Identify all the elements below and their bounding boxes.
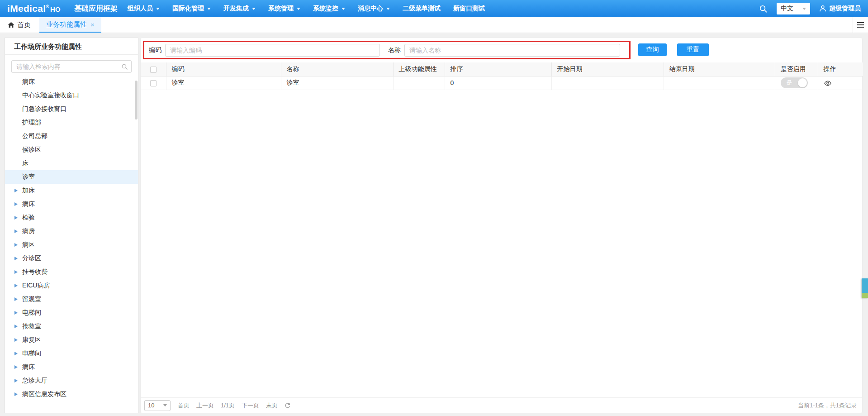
- tab-business-function-attrs[interactable]: 业务功能属性 ×: [39, 17, 101, 33]
- expand-arrow-icon[interactable]: [14, 297, 18, 301]
- expand-arrow-icon[interactable]: [14, 379, 18, 383]
- widget-blue-segment[interactable]: [862, 278, 868, 293]
- expand-arrow-icon[interactable]: [14, 189, 18, 192]
- sidebar-item[interactable]: 候诊区: [5, 143, 138, 157]
- language-select[interactable]: 中文: [777, 3, 810, 14]
- sidebar-item[interactable]: 诊室: [5, 170, 138, 184]
- select-all-header: [141, 62, 166, 76]
- language-value: 中文: [781, 5, 793, 13]
- search-icon[interactable]: [759, 5, 768, 13]
- expand-arrow-icon[interactable]: [14, 311, 18, 315]
- sidebar-item[interactable]: 病房: [5, 225, 138, 238]
- cell-name: 诊室: [281, 76, 393, 90]
- expand-arrow-icon[interactable]: [14, 284, 18, 287]
- user-menu[interactable]: 超级管理员: [819, 5, 861, 13]
- sidebar-item-label: 检验: [22, 214, 35, 222]
- table-row[interactable]: 诊室诊室0是: [141, 76, 863, 90]
- page-size-select[interactable]: 10: [144, 400, 171, 411]
- sidebar-item[interactable]: 分诊区: [5, 252, 138, 265]
- expand-arrow-icon[interactable]: [14, 202, 18, 206]
- nav-item-6[interactable]: 消息中心: [351, 0, 396, 17]
- next-page-link[interactable]: 下一页: [242, 402, 259, 410]
- nav-item-7[interactable]: 二级菜单测试: [396, 0, 447, 17]
- nav-item-8[interactable]: 新窗口测试: [447, 0, 491, 17]
- app-title: 基础应用框架: [74, 4, 118, 14]
- sidebar-item[interactable]: 中心实验室接收窗口: [5, 89, 138, 102]
- expand-arrow-icon[interactable]: [14, 392, 18, 396]
- sidebar-item[interactable]: 病床: [5, 360, 138, 374]
- close-icon[interactable]: ×: [90, 21, 95, 28]
- nav-item-3[interactable]: 开发集成: [217, 0, 262, 17]
- expand-arrow-icon[interactable]: [14, 257, 18, 260]
- sidebar-item[interactable]: 病区: [5, 238, 138, 252]
- tab-list-menu-button[interactable]: [853, 17, 868, 33]
- select-all-checkbox[interactable]: [150, 67, 157, 73]
- tab-active-label: 业务功能属性: [46, 20, 87, 29]
- nav-item-label: 系统管理: [268, 5, 294, 13]
- nav-item-4[interactable]: 系统管理: [262, 0, 307, 17]
- expand-arrow-icon[interactable]: [14, 230, 18, 233]
- sidebar-item[interactable]: 电梯间: [5, 347, 138, 360]
- user-name: 超级管理员: [829, 5, 861, 13]
- sidebar-item[interactable]: 康复区: [5, 333, 138, 347]
- sidebar-search-input[interactable]: [11, 60, 132, 73]
- nav-item-5[interactable]: 系统监控: [307, 0, 351, 17]
- tab-home[interactable]: 首页: [0, 17, 39, 33]
- row-checkbox[interactable]: [150, 80, 157, 86]
- sidebar-item[interactable]: 病床: [5, 75, 138, 89]
- nav-item-2[interactable]: 国际化管理: [166, 0, 217, 17]
- sidebar-item-label: EICU病房: [22, 282, 50, 290]
- sidebar-item[interactable]: 挂号收费: [5, 265, 138, 279]
- sidebar-item[interactable]: 检验: [5, 211, 138, 225]
- nav-item-label: 消息中心: [358, 5, 383, 13]
- reset-button[interactable]: 重置: [677, 43, 709, 56]
- sidebar-item[interactable]: 病区信息发布区: [5, 387, 138, 401]
- sidebar-item[interactable]: 急诊大厅: [5, 374, 138, 387]
- table-header-row: 编码名称上级功能属性排序开始日期结束日期是否启用操作: [141, 62, 863, 76]
- results-table: 编码名称上级功能属性排序开始日期结束日期是否启用操作 诊室诊室0是: [141, 62, 863, 90]
- sidebar-item[interactable]: 床: [5, 157, 138, 170]
- expand-arrow-icon[interactable]: [14, 338, 18, 342]
- highlighted-filter-region: 编码 名称: [143, 41, 631, 59]
- last-page-link[interactable]: 末页: [266, 402, 278, 410]
- column-header: 编码: [166, 62, 281, 76]
- sidebar-item[interactable]: EICU病房: [5, 279, 138, 292]
- sidebar-item[interactable]: 留观室: [5, 292, 138, 306]
- name-label: 名称: [388, 46, 401, 54]
- home-icon: [8, 22, 14, 28]
- name-input[interactable]: [404, 44, 620, 57]
- expand-arrow-icon[interactable]: [14, 352, 18, 355]
- sidebar-item-label: 床: [22, 159, 28, 167]
- sidebar-item[interactable]: 加床: [5, 184, 138, 197]
- sidebar-item[interactable]: 门急诊接收窗口: [5, 102, 138, 116]
- sidebar-item-label: 公司总部: [22, 132, 47, 140]
- column-header: 上级功能属性: [393, 62, 445, 76]
- sidebar-item[interactable]: 抢救室: [5, 320, 138, 333]
- refresh-icon[interactable]: [285, 402, 291, 409]
- sidebar-item-label: 抢救室: [22, 322, 41, 330]
- sidebar-item-label: 诊室: [22, 173, 35, 181]
- nav-item-1[interactable]: 组织人员: [121, 0, 166, 17]
- query-button[interactable]: 查询: [638, 43, 667, 56]
- sidebar-item-label: 候诊区: [22, 146, 41, 154]
- expand-arrow-icon[interactable]: [14, 325, 18, 328]
- prev-page-link[interactable]: 上一页: [196, 402, 214, 410]
- nav-item-label: 组织人员: [128, 5, 153, 13]
- sidebar-item[interactable]: 护理部: [5, 116, 138, 129]
- enabled-toggle[interactable]: 是: [781, 77, 808, 88]
- sidebar-item[interactable]: 病床: [5, 197, 138, 211]
- sidebar-item[interactable]: 电梯间: [5, 306, 138, 320]
- view-eye-icon[interactable]: [824, 80, 832, 86]
- expand-arrow-icon[interactable]: [14, 365, 18, 369]
- chevron-down-icon: [297, 8, 300, 10]
- edge-floating-widget[interactable]: [862, 278, 868, 298]
- expand-arrow-icon[interactable]: [14, 216, 18, 220]
- sidebar-scrollbar-thumb[interactable]: [135, 81, 138, 120]
- expand-arrow-icon[interactable]: [14, 270, 18, 274]
- code-input[interactable]: [165, 44, 380, 57]
- sidebar-item[interactable]: 公司总部: [5, 129, 138, 143]
- widget-green-segment[interactable]: [862, 293, 868, 298]
- expand-arrow-icon[interactable]: [14, 243, 18, 247]
- first-page-link[interactable]: 首页: [178, 402, 190, 410]
- record-summary: 当前1-1条，共1条记录: [798, 402, 857, 410]
